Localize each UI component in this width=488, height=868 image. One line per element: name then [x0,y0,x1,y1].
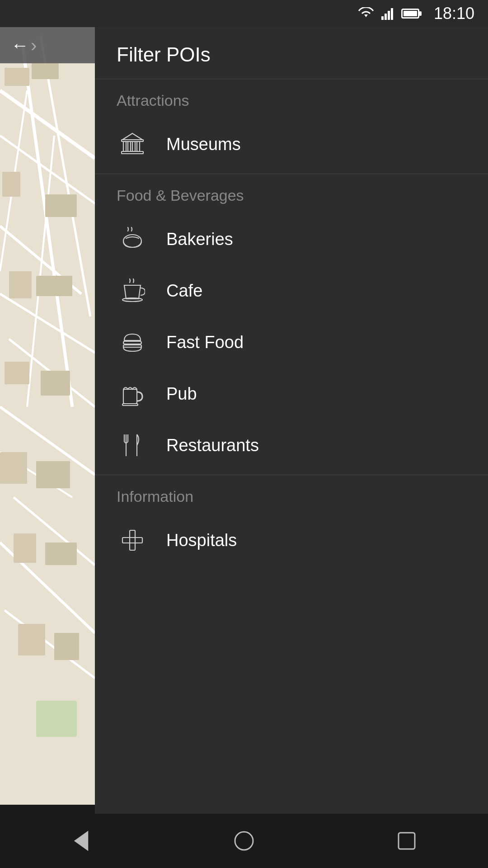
poi-item-fast-food[interactable]: Fast Food [95,316,488,368]
svg-rect-25 [14,533,36,563]
svg-rect-39 [132,142,135,151]
svg-rect-23 [0,452,27,484]
category-label-information: Information [95,488,488,514]
map-background [0,0,95,805]
svg-rect-18 [45,194,77,217]
svg-rect-21 [5,362,29,384]
svg-rect-24 [36,461,70,488]
svg-rect-29 [36,701,77,737]
svg-rect-31 [385,14,387,20]
svg-rect-55 [399,833,415,849]
status-icons: 18:10 [358,4,474,23]
nav-back-icon [70,829,93,853]
svg-marker-36 [122,133,142,140]
svg-rect-20 [36,276,72,296]
svg-rect-46 [122,404,138,406]
nav-recents-button[interactable] [380,814,434,868]
hospital-icon [117,524,148,556]
svg-rect-52 [122,538,142,543]
svg-rect-22 [41,371,70,396]
status-bar: 18:10 [0,0,488,27]
chevron-right-icon: › [31,35,37,56]
status-time: 18:10 [434,4,474,23]
svg-marker-53 [75,832,88,850]
svg-rect-28 [54,633,79,660]
back-button-area: ← › [0,27,95,63]
back-arrow-icon[interactable]: ← [11,35,29,56]
poi-label-fast-food: Fast Food [166,333,244,352]
poi-item-bakeries[interactable]: Bakeries [95,213,488,265]
svg-rect-38 [128,142,131,151]
svg-rect-26 [45,542,77,565]
cafe-icon [117,275,148,307]
signal-icon [381,7,394,20]
battery-icon [401,9,419,19]
svg-rect-17 [2,172,20,197]
svg-rect-33 [391,8,393,20]
pub-icon [117,378,148,410]
museum-icon [117,128,148,160]
poi-label-cafe: Cafe [166,281,202,301]
bakery-icon [117,223,148,255]
svg-rect-43 [123,341,141,344]
filter-drawer: Filter POIs Attractions Museums Foo [95,27,488,814]
section-attractions: Attractions Museums [95,79,488,174]
nav-back-button[interactable] [54,814,108,868]
poi-label-restaurants: Restaurants [166,436,259,455]
svg-rect-51 [130,530,135,550]
section-food-beverages: Food & Beverages Bakeries [95,174,488,475]
category-label-attractions: Attractions [95,92,488,118]
nav-recents-icon [395,829,418,853]
drawer-title: Filter POIs [117,43,211,66]
poi-item-hospitals[interactable]: Hospitals [95,514,488,566]
svg-rect-15 [5,68,29,86]
drawer-header: Filter POIs [95,27,488,79]
svg-rect-30 [381,16,384,20]
fast-food-icon [117,326,148,358]
section-information: Information Hospitals [95,475,488,570]
svg-rect-45 [123,389,137,404]
svg-rect-16 [32,63,59,79]
nav-bar [0,814,488,868]
svg-rect-27 [18,624,45,656]
nav-home-button[interactable] [217,814,271,868]
svg-rect-0 [0,0,95,805]
poi-label-pub: Pub [166,384,197,404]
svg-rect-32 [388,11,390,20]
poi-item-museums[interactable]: Museums [95,118,488,170]
wifi-icon [358,7,374,20]
poi-item-restaurants[interactable]: Restaurants [95,420,488,471]
poi-item-cafe[interactable]: Cafe [95,265,488,316]
poi-item-pub[interactable]: Pub [95,368,488,420]
svg-rect-19 [9,271,32,298]
poi-label-museums: Museums [166,135,241,154]
svg-rect-40 [137,142,140,151]
svg-point-54 [235,832,253,850]
category-label-food: Food & Beverages [95,187,488,213]
svg-rect-37 [123,142,126,151]
poi-label-bakeries: Bakeries [166,230,233,249]
poi-label-hospitals: Hospitals [166,531,237,550]
nav-home-icon [232,829,256,853]
restaurant-icon [117,429,148,461]
